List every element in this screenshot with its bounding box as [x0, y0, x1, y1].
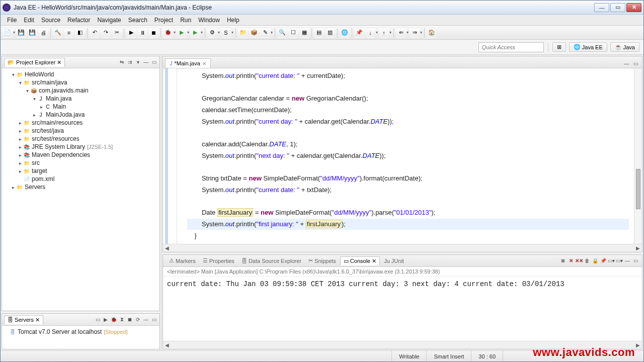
console-maximize-icon[interactable]: ▭: [632, 257, 639, 264]
servers-maximize-icon[interactable]: ▭: [150, 316, 157, 323]
tab-console[interactable]: ▭ Console ✕: [340, 256, 380, 265]
project-explorer-tab[interactable]: 📂 Project Explorer ✕: [4, 58, 65, 67]
menu-source[interactable]: Source: [38, 16, 64, 25]
menu-run[interactable]: Run: [177, 16, 195, 25]
resume-button[interactable]: ▶: [126, 28, 136, 38]
menu-search[interactable]: Search: [125, 16, 151, 25]
tree-item[interactable]: ▸📁Servers: [3, 183, 158, 191]
terminate-button[interactable]: ⏹: [148, 28, 158, 38]
minimize-button[interactable]: —: [594, 3, 609, 12]
tree-item[interactable]: ▸📁src/test/java: [3, 127, 158, 135]
editor-minimize-icon[interactable]: —: [623, 60, 630, 67]
tab-snippets[interactable]: ✂ Snippets: [305, 256, 339, 265]
project-tree[interactable]: ▾📁HelloWorld▾📁src/main/java▾📦com.javavid…: [2, 68, 159, 311]
toggle-block-button[interactable]: ▦: [299, 28, 309, 38]
overview-ruler[interactable]: [634, 68, 642, 244]
forward-button[interactable]: ⇒: [410, 28, 420, 38]
console-open-icon[interactable]: ▭▾: [616, 257, 623, 264]
print-button[interactable]: 🖨: [38, 28, 48, 38]
editor-tab-main[interactable]: J *Main.java ✕: [165, 58, 211, 68]
editor-gutter[interactable]: [163, 68, 177, 244]
console-minimize-icon[interactable]: —: [624, 257, 631, 264]
console-remove-all-icon[interactable]: ✖✖: [576, 257, 583, 264]
tasks-button[interactable]: ▥: [325, 28, 335, 38]
search-button[interactable]: 🔍: [277, 28, 287, 38]
menu-navigate[interactable]: Navigate: [94, 16, 124, 25]
profile-server-icon[interactable]: ⧗: [118, 316, 125, 323]
console-terminate-icon[interactable]: ⏹: [559, 257, 567, 264]
tree-item[interactable]: ▸📁target: [3, 167, 158, 175]
tree-item[interactable]: ▸📁src/test/resources: [3, 135, 158, 143]
menu-file[interactable]: File: [4, 16, 20, 25]
console-output[interactable]: current date: Thu Jan 03 09:59:38 CET 20…: [163, 277, 642, 341]
home-button[interactable]: 🏠: [427, 28, 437, 38]
redo-button[interactable]: ↷: [101, 28, 111, 38]
tree-item[interactable]: ▸📁src: [3, 159, 158, 167]
open-perspective-button[interactable]: ⊞: [552, 42, 566, 52]
new-project-button[interactable]: 📁: [238, 28, 248, 38]
tree-item[interactable]: ▸📚JRE System Library [J2SE-1.5]: [3, 143, 158, 151]
servers-tab[interactable]: 🗄 Servers ✕: [4, 315, 43, 324]
console-display-icon[interactable]: ▭▾: [608, 257, 615, 264]
code-area[interactable]: System.out.println("current date: " + cu…: [177, 68, 634, 244]
build-button[interactable]: 🔨: [53, 28, 63, 38]
suspend-button[interactable]: ⏸: [137, 28, 147, 38]
maximize-view-icon[interactable]: ▭: [150, 59, 157, 66]
annotate-button[interactable]: ☐: [288, 28, 298, 38]
wand-button[interactable]: ✎: [260, 28, 270, 38]
editor-hscroll[interactable]: ◀▶: [163, 244, 642, 252]
tab-markers[interactable]: ⚠ Markers: [166, 256, 199, 265]
quick-access-input[interactable]: [478, 42, 544, 52]
tree-item[interactable]: ▾📁src/main/java: [3, 78, 158, 86]
tab-junit[interactable]: Ju JUnit: [381, 257, 407, 265]
perspective-javaee[interactable]: 🌐 Java EE: [569, 42, 607, 52]
tree-item[interactable]: ▾📁HelloWorld: [3, 70, 158, 78]
console-pin-icon[interactable]: 📌: [600, 257, 607, 264]
new-package-button[interactable]: 📦: [249, 28, 259, 38]
maximize-button[interactable]: ▭: [610, 3, 625, 12]
tree-item[interactable]: ▾📦com.javavids.main: [3, 86, 158, 95]
servers-action-icon[interactable]: ▭: [94, 316, 101, 323]
tab-dse[interactable]: 🗄 Data Source Explorer: [238, 257, 304, 265]
outline-button[interactable]: ▤: [314, 28, 324, 38]
tree-item[interactable]: ▸CMain: [3, 103, 158, 111]
external-tools-button[interactable]: ⚙: [207, 28, 217, 38]
menu-refactor[interactable]: Refactor: [64, 16, 94, 25]
menu-window[interactable]: Window: [195, 16, 223, 25]
prev-anno-button[interactable]: ↑: [379, 28, 389, 38]
save-all-button[interactable]: 💾: [27, 28, 37, 38]
tab-properties[interactable]: ☰ Properties: [200, 256, 237, 265]
start-server-icon[interactable]: ▶: [102, 316, 109, 323]
menu-project[interactable]: Project: [151, 16, 177, 25]
browser-button[interactable]: 🌐: [340, 28, 350, 38]
new-button[interactable]: 📄: [3, 28, 13, 38]
close-button[interactable]: ✕: [626, 3, 641, 12]
console-remove-icon[interactable]: ✖: [568, 257, 575, 264]
menu-help[interactable]: Help: [223, 16, 243, 25]
tree-item[interactable]: ▸📚Maven Dependencies: [3, 151, 158, 159]
tree-item[interactable]: ▸📁src/main/resources: [3, 119, 158, 127]
toggle-breadcrumb-button[interactable]: ≡: [64, 28, 74, 38]
debug-server-icon[interactable]: 🐞: [110, 316, 117, 323]
tree-item[interactable]: ▸JMainJoda.java: [3, 111, 158, 119]
console-clear-icon[interactable]: 🗑: [584, 257, 591, 264]
stop-server-icon[interactable]: ⏹: [126, 316, 133, 323]
run-button[interactable]: ▶: [177, 28, 187, 38]
publish-server-icon[interactable]: ⟳: [134, 316, 141, 323]
tree-item[interactable]: 📄pom.xml: [3, 175, 158, 183]
servers-minimize-icon[interactable]: —: [142, 316, 149, 323]
console-scroll-lock-icon[interactable]: 🔒: [592, 257, 599, 264]
pin-button[interactable]: 📌: [354, 28, 364, 38]
perspective-java[interactable]: ☕ Java: [610, 42, 639, 52]
tree-item[interactable]: ▾JMain.java: [3, 95, 158, 103]
toggle-mark-button[interactable]: ◧: [75, 28, 85, 38]
save-button[interactable]: 💾: [16, 28, 26, 38]
undo-button[interactable]: ↶: [90, 28, 100, 38]
debug-button[interactable]: 🐞: [163, 28, 173, 38]
back-button[interactable]: ⇐: [396, 28, 406, 38]
server-item[interactable]: 🗄 Tomcat v7.0 Server at localhost [Stopp…: [3, 328, 158, 336]
close-tab-icon[interactable]: ✕: [202, 61, 206, 66]
editor-maximize-icon[interactable]: ▭: [632, 60, 639, 67]
link-editor-icon[interactable]: ⇉: [126, 59, 133, 66]
run-last-button[interactable]: ▶: [190, 28, 200, 38]
